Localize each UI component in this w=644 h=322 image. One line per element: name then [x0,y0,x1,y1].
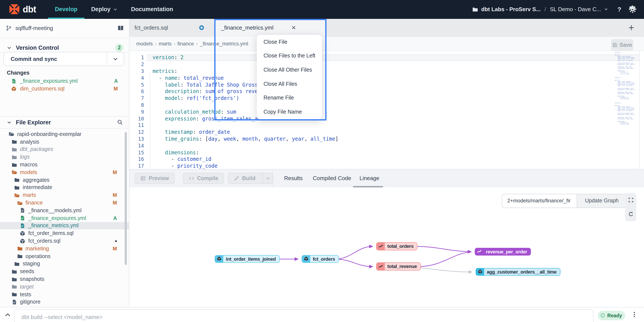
tree-item-staging[interactable]: staging [0,260,129,268]
tree-item-_finance__models.yml[interactable]: _finance__models.yml [0,207,129,214]
tab-finance-metrics[interactable]: _finance_metrics.yml [214,19,326,37]
nav-item-develop[interactable]: Develop [48,0,84,19]
file-explorer-header[interactable]: File Explorer [0,116,129,128]
tree-item-analysis[interactable]: analysis [0,138,129,146]
tree-item-intermediate[interactable]: intermediate [0,184,129,191]
reset-view-icon[interactable] [628,211,634,217]
tree-item-marketing[interactable]: marketingM [0,245,129,252]
change-item[interactable]: _finance_exposures.yml A [0,77,129,85]
code-line[interactable]: 13 time_grains: [day, week, month, quart… [130,136,639,142]
gear-icon[interactable] [629,6,636,13]
lineage-node-revenue_per_order[interactable]: revenue_per_order [475,248,531,255]
editor-tab-bar: fct_orders.sql _finance_metrics.yml [130,19,644,37]
folder-icon [11,291,17,297]
chevron-up-icon[interactable] [4,311,11,318]
tab-lineage[interactable]: Lineage [360,175,380,181]
account-name: dbt Labs - ProServ S... [481,6,540,13]
tree-item-seeds[interactable]: seeds [0,268,129,275]
sidebar-scrollbar[interactable] [125,132,127,265]
code-editor[interactable]: 1version: 223metrics:4 - name: total_rev… [130,51,639,169]
compile-button[interactable]: Compile [183,173,224,184]
tree-item-finance[interactable]: financeM [0,199,129,207]
tree-item-macros[interactable]: macros [0,161,129,168]
tree-item-operations[interactable]: operations [0,252,129,260]
docs-book-icon[interactable] [118,25,124,32]
code-line[interactable]: 5 label: Total Jaffle Shop Gross Re [130,82,639,88]
build-options-caret[interactable] [263,173,273,183]
tree-item-_finance_exposures.yml[interactable]: _finance_exposures.ymlA [0,214,129,222]
metric-icon [378,264,383,269]
tab-compiled-code[interactable]: Compiled Code [313,175,351,181]
code-line[interactable]: 3metrics: [130,68,639,75]
tab-results[interactable]: Results [284,175,303,181]
lineage-node-total_revenue[interactable]: total_revenue [376,262,421,270]
search-icon[interactable] [117,119,123,125]
code-line[interactable]: 1version: 2 [130,54,639,61]
menu-item-close-files-to-the-left[interactable]: Close Files to the Left [257,49,322,63]
code-line[interactable]: 6 description: sum of gross revenue [130,88,639,95]
lineage-node-agg_customer_orders__all_time[interactable]: agg_customer_orders__all_time [476,268,560,276]
code-line[interactable]: 11 [130,122,639,129]
tree-item-fct_orders.sql[interactable]: fct_orders.sql• [0,237,129,245]
minimap[interactable]: version: 2 metrics: - name: total_revenu… [615,52,634,125]
version-control-header[interactable]: Version Control 2 [0,38,129,53]
status-badge: M [114,86,118,92]
tree-item-models[interactable]: modelsM [0,168,129,176]
menu-item-copy-file-name[interactable]: Copy File Name [257,105,322,119]
dbt-logo[interactable]: dbt [9,4,36,15]
code-line[interactable]: 2 [130,61,639,68]
code-line[interactable]: 10 expression: gross_item_sales_amount [130,115,639,122]
tab-fct-orders[interactable]: fct_orders.sql [130,19,214,37]
help-icon[interactable]: ? [618,6,621,13]
tree-item-logs[interactable]: logs [0,153,129,161]
menu-item-close-file[interactable]: Close File [257,35,322,49]
tree-item-_finance_metrics.yml[interactable]: _finance_metrics.yml [0,222,129,230]
new-tab-icon[interactable] [628,24,634,31]
tree-item-dbt_packages[interactable]: dbt_packages [0,146,129,153]
kebab-menu-icon[interactable] [631,311,638,318]
code-line[interactable]: 8 [130,102,639,109]
nav-item-deploy[interactable]: Deploy [84,0,124,19]
doc-icon [20,215,25,221]
build-button[interactable]: Build [228,173,274,184]
code-line[interactable]: 4 - name: total_revenue [130,75,639,82]
unsaved-dot-icon [199,25,204,30]
change-item[interactable]: dim_customers.sql M [0,85,129,92]
doc-icon [11,299,17,305]
account-project-switcher[interactable]: dbt Labs - ProServ S... / SL Demo - Dave… [472,6,608,13]
code-line[interactable]: 12 timestamp: order_date [130,129,639,136]
tree-item-aggregates[interactable]: aggregates [0,176,129,184]
tree-item-tests[interactable]: tests [0,290,129,298]
lineage-node-int_order_items_joined[interactable]: int_order_items_joined [215,255,280,263]
tree-item-snapshots[interactable]: snapshots [0,275,129,283]
commit-and-sync-button[interactable]: Commit and sync [4,52,124,66]
code-line[interactable]: 15 dimensions: [130,149,639,156]
lineage-node-fct_orders[interactable]: fct_orders [302,255,339,263]
tree-item-gitignore[interactable]: gitignore [0,298,129,306]
menu-item-close-all-other-files[interactable]: Close All Other Files [257,63,322,77]
code-line[interactable]: 7 model: ref('fct_orders') [130,95,639,102]
code-line[interactable]: 16 - customer_id [130,156,639,163]
doc-icon [20,208,25,213]
update-graph-button[interactable]: Update Graph [577,194,626,207]
dbt-command-input[interactable] [14,309,594,322]
code-line[interactable]: 9 calculation_method: sum [130,109,639,115]
save-button[interactable]: Save [611,39,633,51]
tree-item-fct_order_items.sql[interactable]: fct_order_items.sql [0,230,129,237]
commit-options-caret[interactable] [107,52,124,65]
lineage-selector-input[interactable] [502,194,577,207]
menu-item-close-all-files[interactable]: Close All Files [257,77,322,91]
menu-item-rename-file[interactable]: Rename File [257,91,322,105]
code-line[interactable]: 14 [130,142,639,149]
fullscreen-icon[interactable] [628,197,634,203]
tree-item-marts[interactable]: martsM [0,191,129,199]
lineage-node-total_orders[interactable]: total_orders [376,242,417,250]
preview-button[interactable]: Preview [134,173,175,184]
nav-item-documentation[interactable]: Documentation [124,0,180,19]
close-icon[interactable] [291,26,296,30]
code-line[interactable]: 17 - priority_code [130,163,639,169]
tree-item-rapid-onboarding-exemplar[interactable]: rapid-onboarding-exemplar [0,130,129,138]
git-branch-row[interactable]: sqlfluff-meeting [0,19,129,38]
tree-item-target[interactable]: target [0,283,129,291]
status-badge: M [113,192,117,198]
